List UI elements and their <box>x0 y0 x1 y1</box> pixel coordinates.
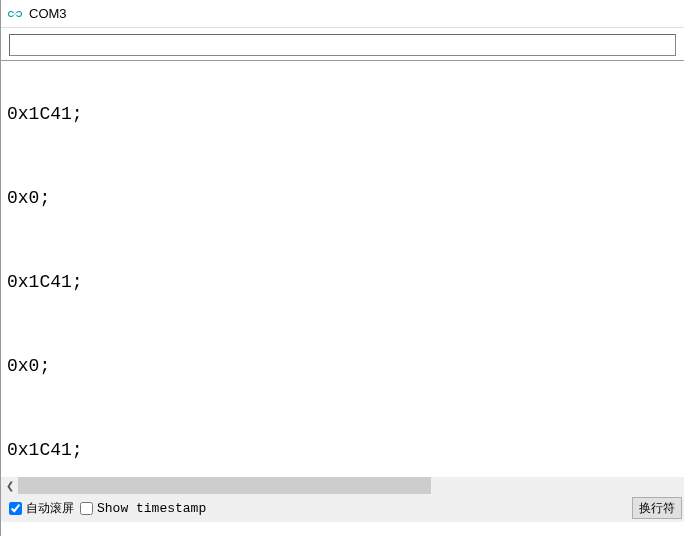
autoscroll-checkbox-wrap[interactable]: 自动滚屏 <box>9 500 74 517</box>
output-line: 0x0; <box>7 352 678 380</box>
window-title: COM3 <box>29 6 67 21</box>
scroll-left-arrow-icon[interactable]: ❮ <box>1 477 18 494</box>
output-line: 0x1C41; <box>7 436 678 464</box>
output-line: 0x1C41; <box>7 100 678 128</box>
bottom-left-controls: 自动滚屏 Show timestamp <box>9 500 206 517</box>
input-area <box>1 28 684 61</box>
horizontal-scrollbar[interactable]: ❮ <box>1 477 684 494</box>
title-bar: COM3 <box>1 0 684 28</box>
scroll-thumb[interactable] <box>18 477 431 494</box>
scroll-track[interactable] <box>18 477 684 494</box>
serial-output: 0x1C41; 0x0; 0x1C41; 0x0; 0x1C41; 0x0; 0… <box>1 61 684 477</box>
arduino-icon <box>7 6 23 22</box>
output-line: 0x0; <box>7 184 678 212</box>
timestamp-checkbox[interactable] <box>80 502 93 515</box>
output-line: 0x1C41; <box>7 268 678 296</box>
bottom-bar: 自动滚屏 Show timestamp 换行符 <box>1 494 684 522</box>
autoscroll-checkbox[interactable] <box>9 502 22 515</box>
autoscroll-label: 自动滚屏 <box>26 500 74 517</box>
timestamp-checkbox-wrap[interactable]: Show timestamp <box>80 501 206 516</box>
timestamp-label: Show timestamp <box>97 501 206 516</box>
newline-button[interactable]: 换行符 <box>632 497 682 519</box>
serial-input[interactable] <box>9 34 676 56</box>
